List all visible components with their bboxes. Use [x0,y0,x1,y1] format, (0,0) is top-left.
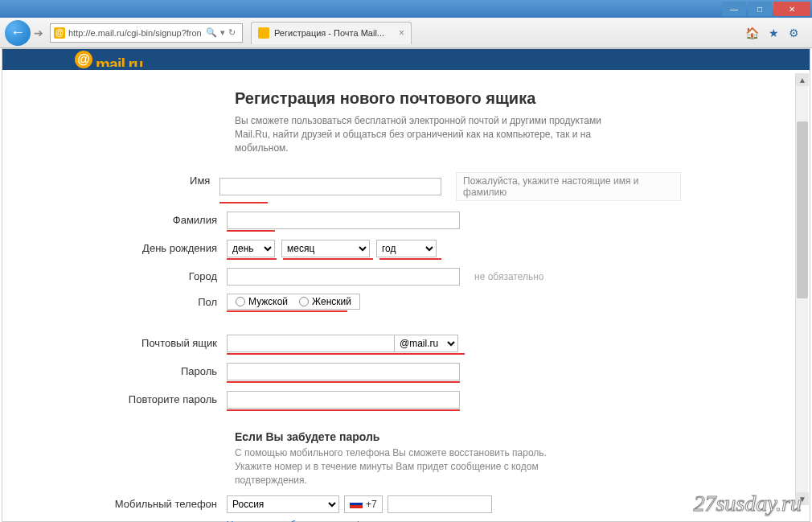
recovery-text: С помощью мобильного телефона Вы сможете… [235,446,572,487]
row-city: Город не обязательно [70,268,681,286]
row-gender: Пол Мужской Женский [70,294,681,312]
window-close-button[interactable]: ✕ [773,2,810,16]
home-icon[interactable]: 🏠 [745,27,759,39]
window-titlebar: — □ ✕ [0,0,812,18]
tab-close-icon[interactable]: × [399,27,404,39]
logo-at-icon: @ [75,51,92,68]
site-favicon-icon: @ [54,27,65,39]
gender-radio-group: Мужской Женский [227,294,360,310]
address-bar[interactable]: @ http://e.mail.ru/cgi-bin/signup?fron 🔍… [50,23,243,43]
label-mailbox: Почтовый ящик [70,335,227,349]
gender-male-radio[interactable]: Мужской [236,296,288,307]
birthday-day-select[interactable]: день [227,240,275,257]
flag-russia-icon [350,499,363,508]
password-input[interactable] [227,363,460,380]
phone-prefix: +7 [344,495,383,513]
window-maximize-button[interactable]: □ [748,2,772,16]
label-password-confirm: Повторите пароль [70,391,227,405]
label-password: Пароль [70,363,227,377]
browser-tab[interactable]: Регистрация - Почта Mail... × [251,22,412,44]
password-confirm-input[interactable] [227,391,460,409]
recovery-section: Если Вы забудете пароль С помощью мобиль… [235,430,681,487]
birthday-year-select[interactable]: год [376,240,437,257]
page-viewport: @ mail.ru Регистрация нового почтового я… [2,48,810,522]
scroll-thumb[interactable] [797,121,808,298]
page-title: Регистрация нового почтового ящика [235,89,681,108]
address-url: http://e.mail.ru/cgi-bin/signup?fron [68,28,203,38]
label-phone: Мобильный телефон [70,495,227,510]
lastname-input[interactable] [227,212,460,229]
row-password: Пароль [70,363,681,383]
logo-text: mail.ru [96,52,143,67]
phone-country-select[interactable]: Россия [227,495,339,513]
gender-female-radio[interactable]: Женский [299,296,351,307]
window-minimize-button[interactable]: — [722,2,746,16]
recovery-heading: Если Вы забудете пароль [235,430,681,443]
phone-number-input[interactable] [388,495,492,513]
city-input[interactable] [227,268,460,286]
row-password-confirm: Повторите пароль [70,391,681,411]
label-firstname: Имя [70,172,219,187]
row-firstname: Имя Пожалуйста, укажите настоящие имя и … [70,172,681,203]
mailbox-domain-select[interactable]: @mail.ru [394,335,458,352]
site-header: @ mail.ru [2,49,810,70]
watermark-text: 27susday.ru [693,491,802,516]
row-birthday: День рождения день месяц год [70,240,681,260]
tab-title: Регистрация - Почта Mail... [274,28,399,38]
toolbar-right: 🏠 ★ ⚙ [745,27,807,39]
nav-back-button[interactable]: ← [5,20,31,46]
address-bar-wrap: @ http://e.mail.ru/cgi-bin/signup?fron 🔍… [50,23,243,43]
birthday-month-select[interactable]: месяц [281,240,370,257]
hint-name: Пожалуйста, укажите настоящие имя и фами… [456,172,681,201]
hint-city-optional: не обязательно [474,271,544,282]
browser-toolbar: ← ➔ @ http://e.mail.ru/cgi-bin/signup?fr… [0,18,812,48]
address-controls: 🔍▾ ↻ [203,27,239,38]
label-gender: Пол [70,294,227,308]
row-phone: Мобильный телефон Россия +7 У меня нет м… [70,495,681,522]
firstname-input[interactable] [219,178,441,195]
settings-gear-icon[interactable]: ⚙ [789,27,799,39]
mailbox-input[interactable] [227,335,394,352]
label-birthday: День рождения [70,240,227,254]
nav-forward-button[interactable]: ➔ [34,27,43,39]
favorites-icon[interactable]: ★ [769,27,779,39]
scroll-up-arrow-icon[interactable]: ▲ [796,73,809,86]
row-mailbox: Почтовый ящик @mail.ru [70,335,681,355]
label-lastname: Фамилия [70,212,227,226]
refresh-icon[interactable]: ↻ [228,27,236,38]
page-subtitle: Вы сможете пользоваться бесплатной элект… [235,114,605,154]
search-icon[interactable]: 🔍 [206,27,217,38]
label-city: Город [70,268,227,282]
vertical-scrollbar[interactable]: ▲ ▼ [795,73,808,505]
signup-form: Регистрация нового почтового ящика Вы см… [70,89,681,522]
row-lastname: Фамилия [70,212,681,232]
tab-favicon-icon [258,27,269,39]
